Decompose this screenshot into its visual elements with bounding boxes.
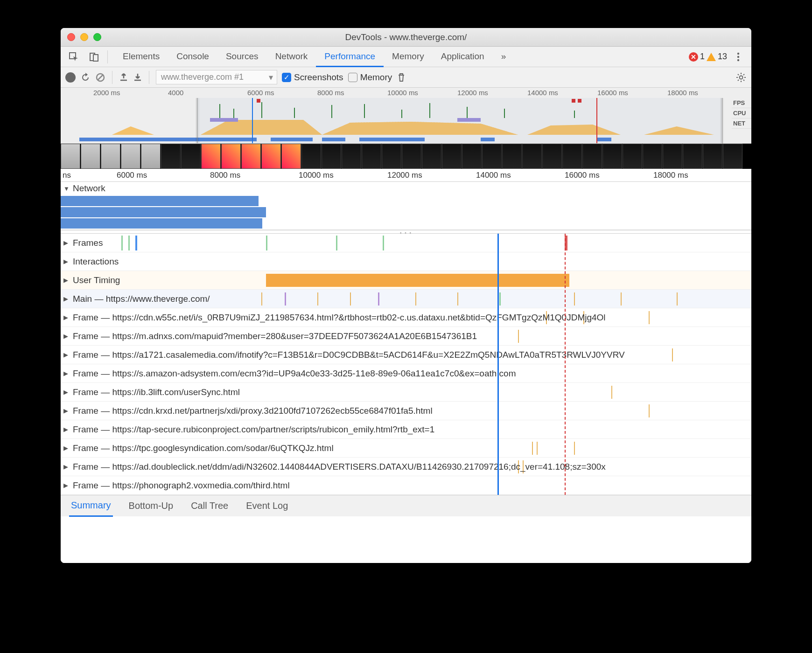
event-log-tab[interactable]: Event Log: [244, 496, 290, 516]
inspect-element-icon[interactable]: [64, 48, 83, 66]
overview-labels: FPS CPU NET: [732, 98, 751, 129]
filmstrip-thumb[interactable]: [201, 144, 221, 169]
playhead-blue[interactable]: [252, 98, 253, 143]
separator: [149, 71, 149, 84]
user-timing-row[interactable]: ▶User Timing: [61, 271, 751, 290]
filmstrip-thumb[interactable]: [362, 144, 381, 169]
filmstrip[interactable]: [61, 144, 751, 169]
tab-performance[interactable]: Performance: [316, 47, 384, 67]
filmstrip-thumb[interactable]: [542, 144, 562, 169]
frame-row[interactable]: ▶Frame — https://s.amazon-adsystem.com/e…: [61, 364, 751, 383]
overview-viewport[interactable]: [197, 98, 722, 143]
filmstrip-thumb[interactable]: [623, 144, 642, 169]
disclosure-icon: ▶: [63, 407, 70, 414]
call-tree-tab[interactable]: Call Tree: [189, 496, 230, 516]
screenshots-checkbox[interactable]: ✓ Screenshots: [282, 72, 343, 83]
recording-select[interactable]: www.theverge.com #1: [156, 70, 277, 84]
save-profile-icon[interactable]: [133, 73, 142, 82]
frame-row[interactable]: ▶Frame — https://ad.doubleclick.net/ddm/…: [61, 458, 751, 476]
filmstrip-thumb[interactable]: [602, 144, 622, 169]
overview-pane[interactable]: 2000 ms 4000 6000 ms 8000 ms 10000 ms 12…: [61, 88, 751, 144]
kebab-menu-icon[interactable]: [729, 48, 748, 66]
resize-handle[interactable]: • • •: [61, 230, 751, 234]
device-toolbar-icon[interactable]: [85, 48, 104, 66]
disclosure-icon: ▶: [63, 239, 70, 246]
filmstrip-thumb[interactable]: [281, 144, 301, 169]
memory-checkbox[interactable]: Memory: [348, 72, 392, 83]
settings-gear-icon[interactable]: [735, 72, 747, 83]
load-profile-icon[interactable]: [119, 73, 128, 82]
tab-application[interactable]: Application: [433, 47, 493, 67]
reload-button[interactable]: [80, 72, 91, 83]
warning-count[interactable]: 13: [707, 52, 727, 62]
clear-button[interactable]: [95, 72, 105, 83]
tabs-overflow-icon[interactable]: »: [493, 47, 515, 67]
frame-row[interactable]: ▶Frame — https://a1721.casalemedia.com/i…: [61, 346, 751, 364]
frame-row[interactable]: ▶Frame — https://phonograph2.voxmedia.co…: [61, 476, 751, 495]
frame-row[interactable]: ▶Frame — https://cdn.w55c.net/i/s_0RB7U9…: [61, 308, 751, 327]
disclosure-icon: ▶: [63, 351, 70, 358]
tab-elements[interactable]: Elements: [114, 47, 168, 67]
main-thread-row[interactable]: ▶Main — https://www.theverge.com/: [61, 290, 751, 308]
checkbox-icon: [348, 73, 357, 82]
frame-row[interactable]: ▶Frame — https://tpc.googlesyndication.c…: [61, 439, 751, 458]
frame-row[interactable]: ▶Frame — https://cdn.krxd.net/partnerjs/…: [61, 402, 751, 420]
filmstrip-thumb[interactable]: [462, 144, 482, 169]
bottom-up-tab[interactable]: Bottom-Up: [127, 496, 175, 516]
disclosure-icon: ▶: [63, 445, 70, 452]
filmstrip-thumb[interactable]: [241, 144, 261, 169]
tab-sources[interactable]: Sources: [217, 47, 267, 67]
filmstrip-thumb[interactable]: [582, 144, 602, 169]
titlebar: DevTools - www.theverge.com/: [61, 28, 751, 47]
filmstrip-thumb[interactable]: [422, 144, 441, 169]
summary-tab[interactable]: Summary: [69, 495, 113, 517]
filmstrip-thumb[interactable]: [301, 144, 321, 169]
filmstrip-thumb[interactable]: [703, 144, 722, 169]
filmstrip-thumb[interactable]: [322, 144, 341, 169]
disclosure-icon: ▶: [63, 314, 70, 321]
playhead-line[interactable]: [497, 234, 499, 495]
frames-row[interactable]: ▶Frames: [61, 234, 751, 252]
filmstrip-thumb[interactable]: [442, 144, 462, 169]
flame-chart[interactable]: ▶Frames ▶Interactions ▶User Timing ▶Main…: [61, 234, 751, 495]
filmstrip-thumb[interactable]: [342, 144, 361, 169]
filmstrip-thumb[interactable]: [61, 144, 80, 169]
filmstrip-thumb[interactable]: [402, 144, 421, 169]
filmstrip-thumb[interactable]: [81, 144, 100, 169]
interactions-row[interactable]: ▶Interactions: [61, 252, 751, 271]
filmstrip-thumb[interactable]: [261, 144, 281, 169]
record-button[interactable]: [65, 72, 76, 83]
devtools-tabs: Elements Console Sources Network Perform…: [61, 47, 751, 67]
marker-line: [565, 234, 566, 495]
filmstrip-thumb[interactable]: [482, 144, 502, 169]
filmstrip-thumb[interactable]: [161, 144, 181, 169]
filmstrip-thumb[interactable]: [101, 144, 120, 169]
frame-row[interactable]: ▶Frame — https://tap-secure.rubiconproje…: [61, 420, 751, 439]
tab-network[interactable]: Network: [267, 47, 316, 67]
filmstrip-thumb[interactable]: [663, 144, 682, 169]
filmstrip-thumb[interactable]: [723, 144, 742, 169]
frame-row[interactable]: ▶Frame — https://m.adnxs.com/mapuid?memb…: [61, 327, 751, 346]
filmstrip-thumb[interactable]: [643, 144, 662, 169]
separator: [107, 50, 108, 63]
filmstrip-thumb[interactable]: [683, 144, 702, 169]
filmstrip-thumb[interactable]: [522, 144, 542, 169]
collect-garbage-icon[interactable]: [397, 72, 406, 83]
filmstrip-thumb[interactable]: [141, 144, 161, 169]
frame-row[interactable]: ▶Frame — https://ib.3lift.com/userSync.h…: [61, 383, 751, 402]
filmstrip-thumb[interactable]: [382, 144, 401, 169]
error-count[interactable]: ✕ 1: [689, 52, 705, 62]
user-timing-bar[interactable]: [266, 274, 569, 287]
frame-label: Frame — https://cdn.krxd.net/partnerjs/x…: [73, 406, 433, 416]
warning-icon: [707, 53, 716, 61]
network-lane[interactable]: [61, 195, 751, 229]
filmstrip-thumb[interactable]: [181, 144, 201, 169]
tab-memory[interactable]: Memory: [384, 47, 433, 67]
tab-console[interactable]: Console: [168, 47, 217, 67]
network-section-header[interactable]: ▼ Network: [61, 182, 751, 195]
svg-point-4: [737, 56, 739, 57]
filmstrip-thumb[interactable]: [121, 144, 140, 169]
filmstrip-thumb[interactable]: [562, 144, 582, 169]
filmstrip-thumb[interactable]: [221, 144, 241, 169]
filmstrip-thumb[interactable]: [502, 144, 522, 169]
